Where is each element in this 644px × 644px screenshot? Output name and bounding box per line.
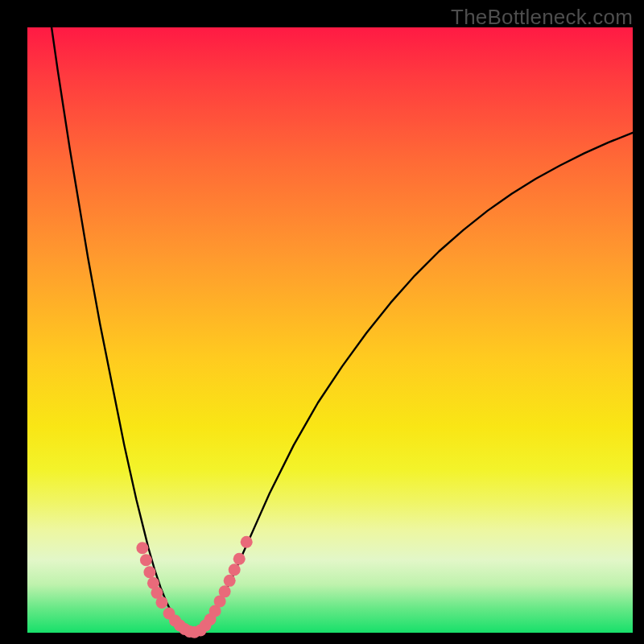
curve-marker	[241, 536, 253, 548]
watermark-text: TheBottleneck.com	[451, 5, 633, 30]
curve-marker	[155, 597, 167, 609]
chart-frame: TheBottleneck.com	[0, 0, 644, 644]
curve-markers	[136, 536, 252, 638]
plot-area	[27, 27, 633, 633]
bottleneck-curve	[52, 27, 633, 633]
curve-marker	[233, 553, 246, 565]
curve-marker	[219, 585, 231, 597]
curve-marker	[143, 566, 155, 578]
curve-marker	[224, 575, 236, 587]
curve-marker	[140, 554, 152, 566]
curve-layer	[27, 27, 633, 633]
curve-marker	[136, 542, 148, 554]
curve-marker	[229, 564, 241, 576]
